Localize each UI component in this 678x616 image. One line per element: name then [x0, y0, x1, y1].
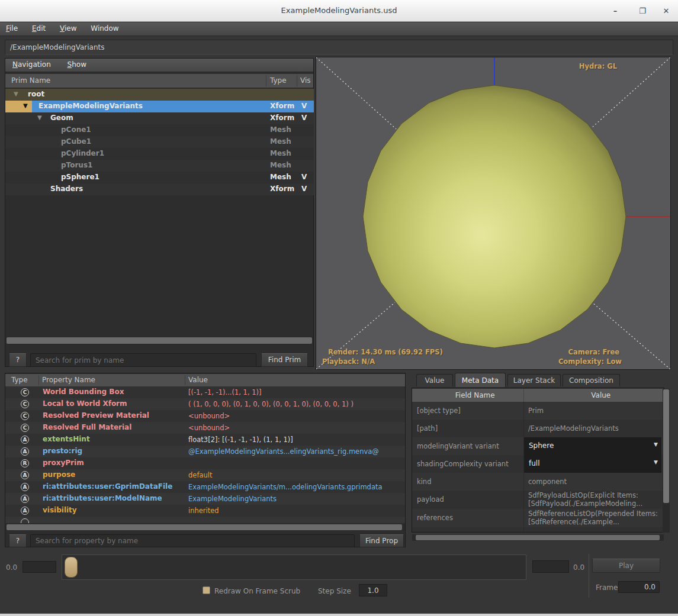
property-row[interactable]: A ri:attributes:user:ModelName ExampleMo…	[5, 493, 405, 505]
tree-hscrollbar[interactable]	[6, 337, 313, 344]
col-type: Type	[270, 76, 287, 85]
property-row[interactable]: C Local to World Xform ( (1, 0, 0, 0), (…	[5, 398, 405, 410]
menu-show[interactable]: Show	[60, 59, 94, 72]
metadata-row[interactable]: references SdfReferenceListOp(Prepended …	[412, 509, 664, 527]
menu-file[interactable]: File	[0, 22, 24, 36]
titlebar: ExampleModelingVariants.usd – ❐ ✕	[0, 0, 678, 22]
step-size-label: Step Size	[318, 587, 351, 595]
step-size-input[interactable]	[359, 584, 387, 596]
attribute-icon: A	[21, 483, 29, 491]
hud-camera: Camera: Free	[568, 348, 619, 356]
metadata-panel: Value Meta Data Layer Stack Composition …	[412, 373, 673, 550]
vis-toggle[interactable]: V	[301, 173, 307, 181]
properties-hscrollbar[interactable]	[6, 524, 405, 531]
col-value: Value	[188, 376, 208, 384]
properties-panel: Type Property Name Value C World Boundin…	[5, 373, 406, 547]
menu-navigation[interactable]: Navigation	[5, 59, 58, 72]
metadata-hscrollbar[interactable]	[412, 534, 664, 541]
prop-search-help-button[interactable]: ?	[9, 534, 27, 547]
metadata-row[interactable]: payload SdfPayloadListOp(Explicit Items:…	[412, 491, 664, 509]
frame-input[interactable]	[618, 581, 660, 593]
find-prim-button[interactable]: Find Prim	[261, 353, 308, 367]
property-row[interactable]: C Resolved Preview Material <unbound>	[5, 410, 405, 422]
close-icon[interactable]: ✕	[660, 5, 673, 18]
property-row[interactable]: C World Bounding Box [(-1, -1, -1)...(1,…	[5, 386, 405, 398]
metadata-column-header: Field Name Value	[412, 389, 664, 402]
prim-path-bar	[5, 40, 673, 55]
prim-search-help-button[interactable]: ?	[9, 353, 27, 367]
properties-column-header: Type Property Name Value	[5, 374, 405, 386]
window-title: ExampleModelingVariants.usd	[0, 6, 678, 15]
tree-row-pcone1[interactable]: pCone1 Mesh	[5, 124, 314, 136]
menu-window[interactable]: Window	[85, 22, 124, 36]
property-row[interactable]: A ri:attributes:user:GprimDataFile Examp…	[5, 481, 405, 493]
computed-icon: C	[21, 412, 29, 420]
sphere-mesh	[363, 85, 626, 348]
col-vis: Vis	[300, 76, 311, 85]
metadata-row[interactable]: [object type] Prim	[412, 402, 664, 420]
collapse-triangle-icon[interactable]: ▼	[14, 91, 18, 97]
frame-slider[interactable]	[62, 554, 526, 580]
metadata-row[interactable]: kind component	[412, 473, 664, 491]
tree-row-root[interactable]: ▼ root	[5, 89, 314, 101]
vis-toggle[interactable]: V	[301, 102, 307, 110]
redraw-checkbox[interactable]	[203, 586, 210, 594]
tab-value[interactable]: Value	[416, 374, 453, 386]
tree-row-psphere1[interactable]: pSphere1 Mesh V	[5, 172, 314, 183]
tree-row-pcylinder1[interactable]: pCylinder1 Mesh	[5, 148, 314, 160]
play-button[interactable]: Play	[592, 559, 660, 573]
tree-row-shaders[interactable]: Shaders Xform V	[5, 183, 314, 195]
maximize-icon[interactable]: ❐	[636, 5, 649, 18]
metadata-row[interactable]: [path] /ExampleModelingVariants	[412, 420, 664, 437]
prim-path-input[interactable]	[5, 40, 673, 55]
property-row[interactable]: A presto:rig @ExampleModelingVariants...…	[5, 446, 405, 457]
metadata-row-clipped[interactable]	[412, 527, 664, 533]
timeline-divider	[589, 554, 589, 598]
prim-search-input[interactable]	[30, 353, 256, 367]
property-row-clipped[interactable]	[5, 517, 405, 523]
range-end-input[interactable]	[532, 560, 569, 573]
computed-icon: C	[21, 400, 29, 408]
hud-renderer: Hydra: GL	[579, 62, 617, 70]
metadata-row[interactable]: shadingComplexity variant full ▼	[412, 455, 664, 473]
window-bottom-edge	[0, 614, 678, 616]
attribute-icon: A	[21, 436, 29, 444]
tree-menubar: Navigation Show	[5, 59, 313, 72]
vis-toggle[interactable]: V	[301, 114, 307, 122]
frame-slider-handle[interactable]	[65, 557, 78, 578]
range-start-input[interactable]	[23, 561, 56, 573]
tree-row-ptorus1[interactable]: pTorus1 Mesh	[5, 160, 314, 172]
usdview-window: ExampleModelingVariants.usd – ❐ ✕ File E…	[0, 0, 678, 616]
metadata-vscrollbar[interactable]	[663, 389, 670, 533]
property-row[interactable]: R proxyPrim	[5, 457, 405, 469]
attribute-icon	[21, 518, 29, 523]
viewport-3d[interactable]: Hydra: GL Render: 14.30 ms (69.92 FPS) P…	[316, 57, 671, 370]
computed-icon: C	[21, 424, 29, 432]
property-row[interactable]: A extentsHint float3[2]: [(-1, -1, -1), …	[5, 434, 405, 446]
vis-toggle[interactable]: V	[301, 185, 307, 193]
menu-edit[interactable]: Edit	[26, 22, 52, 36]
hud-render-stats: Render: 14.30 ms (69.92 FPS)	[328, 348, 443, 356]
tab-composition[interactable]: Composition	[563, 374, 620, 386]
find-prop-button[interactable]: Find Prop	[359, 534, 404, 547]
property-row[interactable]: C Resolved Full Material <unbound>	[5, 422, 405, 434]
tree-row-geom[interactable]: ▼ Geom Xform V	[5, 112, 314, 124]
property-row[interactable]: A purpose default	[5, 469, 405, 481]
modeling-variant-combobox[interactable]: Sphere ▼	[524, 437, 661, 455]
shading-complexity-combobox[interactable]: full ▼	[524, 455, 661, 473]
frame-label: Frame:	[596, 583, 620, 592]
prop-search-input[interactable]	[30, 534, 355, 547]
property-row[interactable]: A visibility inherited	[5, 505, 405, 517]
tab-layer-stack[interactable]: Layer Stack	[507, 374, 561, 386]
tab-meta-data[interactable]: Meta Data	[455, 373, 506, 387]
collapse-triangle-icon[interactable]: ▼	[37, 114, 42, 121]
redraw-label: Redraw On Frame Scrub	[214, 587, 300, 595]
minimize-icon[interactable]: –	[609, 5, 622, 18]
collapse-triangle-icon[interactable]: ▼	[23, 102, 28, 109]
tree-row-examplemodelingvariants[interactable]: ▼ ExampleModelingVariants Xform V	[5, 101, 314, 112]
tree-row-pcube1[interactable]: pCube1 Mesh	[5, 136, 314, 148]
chevron-down-icon: ▼	[654, 459, 658, 465]
relationship-icon: R	[21, 459, 29, 467]
metadata-row[interactable]: modelingVariant variant Sphere ▼	[412, 437, 664, 455]
menu-view[interactable]: View	[54, 22, 82, 36]
